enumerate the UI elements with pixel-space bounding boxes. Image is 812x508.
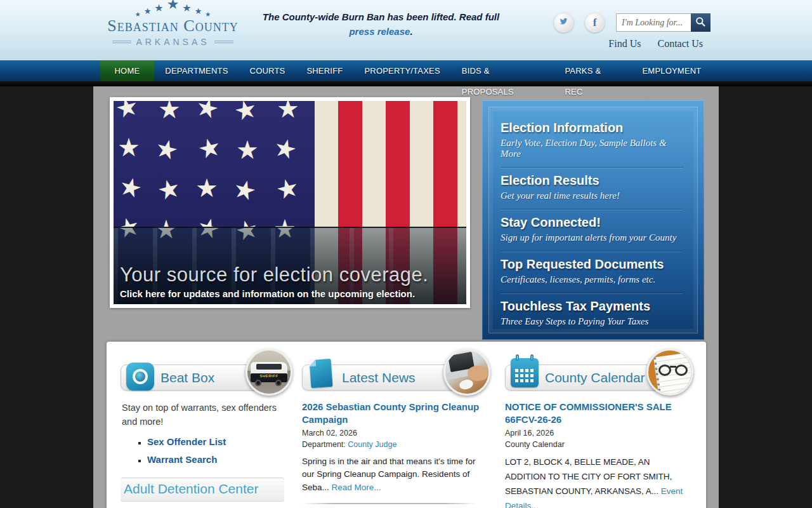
nav-item-bids-proposals[interactable]: BIDS & PROPOSALS — [451, 60, 554, 81]
sidebar-item-subtitle: Three Easy Steps to Paying Your Taxes — [501, 316, 683, 327]
sidebar-item-title: Stay Connected! — [501, 215, 683, 230]
news-headline-link[interactable]: 2026 Sebastian County Spring Cleanup Cam… — [302, 401, 482, 425]
sheriff-photo-label: SHERIFF — [251, 373, 287, 378]
sidebar-item-title: Election Results — [501, 173, 683, 188]
logo-rule-right — [214, 41, 233, 43]
logo-state-name: ARKANSAS — [136, 37, 209, 47]
hero-caption-title: Your source for election coverage. — [120, 264, 460, 286]
department-label: Department: — [302, 440, 348, 449]
event-headline-link[interactable]: NOTICE OF COMMISSIONER'S SALE 66FCV-26-2… — [505, 401, 685, 425]
beat-box-intro: Stay on top of warrants, sex offenders a… — [122, 401, 284, 429]
nav-item-parks-rec[interactable]: PARKS & REC — [554, 60, 631, 81]
nav-item-home[interactable]: HOME — [100, 60, 155, 81]
notice-text-before: The County-wide Burn Ban has been lifted… — [263, 11, 499, 22]
find-us-link[interactable]: Find Us — [608, 38, 641, 50]
typing-laptop-photo — [443, 349, 490, 396]
county-logo[interactable]: ★★★★★★★ Sebastian County ARKANSAS — [105, 4, 241, 47]
burn-ban-notice: The County-wide Burn Ban has been lifted… — [252, 10, 509, 39]
nav-item-employment[interactable]: EMPLOYMENT — [631, 60, 712, 81]
event-excerpt: LOT 2, BLOCK 4, BELLE MEADE, AN ADDITION… — [505, 455, 685, 508]
sidebar-item-subtitle: Early Vote, Election Day, Sample Ballots… — [501, 138, 683, 159]
hero-election-banner[interactable]: ★★★★★★★★★★★★★★★★★★★★ Your source for ele… — [110, 97, 470, 308]
beat-box-eye-icon — [126, 363, 154, 391]
sidebar-item-election-results[interactable]: Election Results Get your real time resu… — [501, 168, 683, 210]
news-department-row: Department: County Judge — [302, 439, 482, 451]
news-excerpt: Spring is in the air and that means it's… — [302, 455, 482, 494]
logo-rule-left — [112, 41, 131, 43]
sidebar-item-subtitle: Certificates, licenses, permits, forms e… — [501, 274, 683, 285]
beat-box-header: Beat Box SHERIFF — [121, 364, 284, 391]
press-release-link[interactable]: press release — [349, 26, 410, 37]
quick-links-sidebar: Election Information Early Vote, Electio… — [482, 100, 704, 340]
nav-shadow — [0, 81, 812, 86]
facebook-f-icon: f — [593, 17, 597, 29]
sidebar-item-title: Top Requested Documents — [501, 257, 683, 272]
magnifier-icon — [695, 17, 706, 29]
sex-offender-list-link[interactable]: Sex Offender List — [147, 436, 226, 447]
event-date: April 16, 2026 — [505, 428, 685, 439]
content-panel: Beat Box SHERIFF Stay on top of warrants… — [107, 342, 706, 508]
nav-item-property-taxes[interactable]: PROPERTY/TAXES — [353, 60, 450, 81]
facebook-button[interactable]: f — [585, 13, 605, 32]
event-category: County Calendar — [505, 439, 685, 451]
sidebar-item-election-information[interactable]: Election Information Early Vote, Electio… — [501, 115, 683, 168]
nav-item-courts[interactable]: COURTS — [239, 60, 296, 81]
site-header: ★★★★★★★ Sebastian County ARKANSAS The Co… — [0, 0, 812, 60]
news-item: 2026 Sebastian County Spring Cleanup Cam… — [302, 401, 482, 494]
adult-detention-center-header: Adult Detention Center — [121, 478, 284, 502]
sidebar-item-stay-connected[interactable]: Stay Connected! Sign up for important al… — [501, 210, 683, 251]
sidebar-item-title: Election Information — [501, 121, 683, 135]
county-calendar-section: County Calendar NOTICE OF COMMISSIONER'S… — [505, 364, 685, 508]
beat-box-section: Beat Box SHERIFF Stay on top of warrants… — [121, 364, 284, 508]
hero-caption-subtitle: Click here for updates and information o… — [120, 288, 460, 299]
warrant-search-link[interactable]: Warrant Search — [147, 454, 217, 465]
sidebar-item-title: Touchless Tax Payments — [501, 299, 683, 314]
department-link[interactable]: County Judge — [348, 440, 396, 449]
sidebar-item-top-requested-documents[interactable]: Top Requested Documents Certificates, li… — [501, 251, 683, 293]
main-content-frame: ★★★★★★★★★★★★★★★★★★★★ Your source for ele… — [93, 86, 719, 508]
nav-item-sheriff[interactable]: SHERIFF — [296, 60, 353, 81]
search-input[interactable] — [616, 13, 691, 32]
sheriff-vehicle-photo: SHERIFF — [246, 349, 292, 396]
county-calendar-header: County Calendar — [505, 364, 685, 391]
twitter-bird-icon — [559, 17, 568, 29]
news-document-icon — [310, 359, 333, 388]
main-nav: HOME DEPARTMENTS COURTS SHERIFF PROPERTY… — [0, 60, 812, 81]
list-item: Sex Offender List — [147, 436, 284, 448]
glasses-notebook-photo — [646, 349, 693, 396]
search-button[interactable] — [691, 13, 710, 32]
news-date: March 02, 2026 — [302, 428, 482, 439]
nav-item-departments[interactable]: DEPARTMENTS — [154, 60, 239, 81]
sidebar-item-touchless-tax-payments[interactable]: Touchless Tax Payments Three Easy Steps … — [501, 293, 683, 333]
sidebar-item-subtitle: Sign up for important alerts from your C… — [501, 232, 683, 243]
list-item: Warrant Search — [147, 453, 284, 466]
contact-us-link[interactable]: Contact Us — [657, 38, 703, 50]
logo-county-name: Sebastian County — [105, 18, 241, 34]
divider — [302, 503, 477, 504]
flag-photo: ★★★★★★★★★★★★★★★★★★★★ Your source for ele… — [114, 101, 466, 304]
calendar-icon — [511, 358, 539, 387]
latest-news-header: Latest News — [302, 364, 482, 391]
twitter-button[interactable] — [554, 13, 573, 32]
latest-news-section: Latest News 2026 Sebastian County Spring… — [302, 364, 482, 508]
sidebar-item-subtitle: Get your real time results here! — [501, 190, 683, 201]
read-more-link[interactable]: Read More... — [332, 483, 381, 492]
notice-text-after: . — [410, 26, 412, 37]
calendar-event: NOTICE OF COMMISSIONER'S SALE 66FCV-26-2… — [505, 401, 685, 508]
